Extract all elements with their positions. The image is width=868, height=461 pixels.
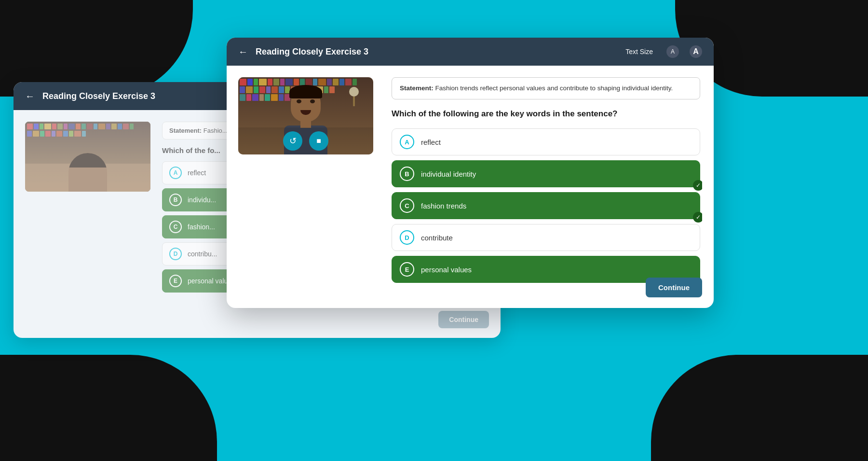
fg-modal-body: ↺ ■ Statement: Fashion trends reflect pe… xyxy=(227,66,714,308)
bg-back-icon[interactable]: ← xyxy=(25,91,35,102)
text-size-large-button[interactable]: A xyxy=(690,45,702,58)
bg-statement-label: Statement: xyxy=(169,127,202,134)
bg-option-text-d: contribu... xyxy=(188,250,217,258)
bg-option-circle-c: C xyxy=(169,221,182,233)
fg-modal-title: Reading Closely Exercise 3 xyxy=(256,47,618,57)
option-text-d: contribute xyxy=(421,234,453,242)
statement-box: Statement: Fashion trends reflect person… xyxy=(392,77,700,99)
video-replay-button[interactable]: ↺ xyxy=(283,131,302,151)
statement-text: Fashion trends reflect personal values a… xyxy=(435,84,673,92)
question-text: Which of the following are the key words… xyxy=(392,108,700,120)
foreground-modal: ← Reading Closely Exercise 3 Text Size A… xyxy=(227,38,714,308)
fg-continue-button[interactable]: Continue xyxy=(646,278,702,297)
bg-option-text-c: fashion... xyxy=(188,223,215,231)
bg-option-circle-d: D xyxy=(169,248,182,260)
bg-statement-text: Fashio... xyxy=(203,127,228,134)
option-text-b: individual identity xyxy=(421,170,476,178)
option-circle-c: C xyxy=(400,198,414,213)
bg-video-container xyxy=(25,122,150,192)
bg-option-circle-e: E xyxy=(169,275,182,287)
text-size-label: Text Size xyxy=(625,48,653,56)
option-a[interactable]: A reflect xyxy=(392,128,700,155)
option-circle-d: D xyxy=(400,230,414,245)
text-size-small-button[interactable]: A xyxy=(666,45,679,58)
option-c-checkmark: ✓ xyxy=(693,212,702,223)
option-text-a: reflect xyxy=(421,138,441,146)
video-player: ↺ ■ xyxy=(238,77,373,154)
option-circle-a: A xyxy=(400,135,414,149)
option-circle-e: E xyxy=(400,262,414,277)
bg-modal-title: Reading Closely Exercise 3 xyxy=(42,91,155,101)
option-d[interactable]: D contribute xyxy=(392,224,700,251)
bg-continue-button[interactable]: Continue xyxy=(438,311,489,328)
option-text-c: fashion trends xyxy=(421,202,466,210)
option-c[interactable]: C fashion trends ✓ xyxy=(392,192,700,219)
option-b[interactable]: B individual identity ✓ xyxy=(392,160,700,187)
fg-modal-header: ← Reading Closely Exercise 3 Text Size A… xyxy=(227,38,714,66)
option-text-e: personal values xyxy=(421,265,472,274)
option-b-checkmark: ✓ xyxy=(693,180,702,191)
fg-left-panel: ↺ ■ xyxy=(238,77,378,296)
bg-option-text-a: reflect xyxy=(188,169,206,177)
bg-option-text-b: individu... xyxy=(188,196,216,204)
video-stop-button[interactable]: ■ xyxy=(309,131,328,151)
fg-right-panel: Statement: Fashion trends reflect person… xyxy=(392,77,702,296)
bg-option-circle-b: B xyxy=(169,194,182,206)
statement-label: Statement: xyxy=(400,84,434,92)
option-circle-b: B xyxy=(400,167,414,181)
bg-option-circle-a: A xyxy=(169,167,182,179)
fg-back-icon[interactable]: ← xyxy=(238,46,248,57)
